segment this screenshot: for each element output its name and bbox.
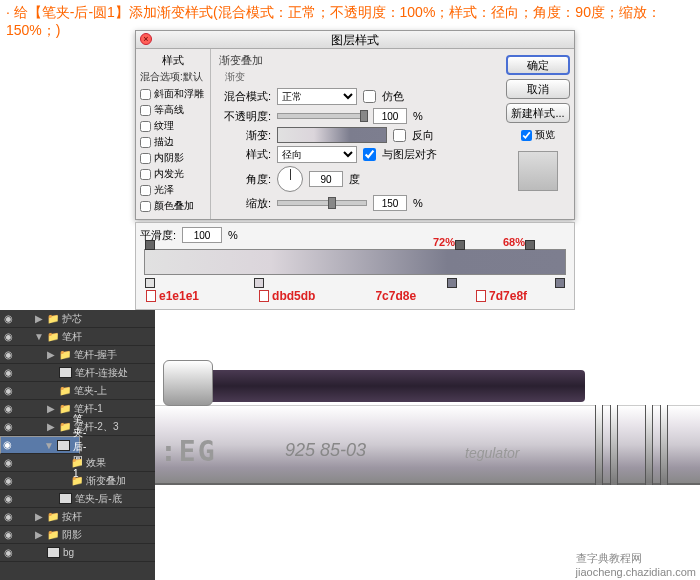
fold-icon[interactable]: ▶ xyxy=(46,403,56,414)
pen-clip xyxy=(165,370,585,402)
opacity-stop[interactable] xyxy=(145,240,155,250)
scale-slider[interactable] xyxy=(277,200,367,206)
opt-inner-glow[interactable]: 内发光 xyxy=(140,166,206,182)
pct-label-3: % xyxy=(228,229,238,241)
color-stop-4[interactable] xyxy=(555,278,565,288)
folder-icon: 📁 xyxy=(59,349,71,360)
visibility-icon[interactable]: ◉ xyxy=(2,421,14,433)
opacity-input[interactable] xyxy=(373,108,407,124)
layer-thumb xyxy=(59,367,72,378)
align-checkbox[interactable] xyxy=(363,148,376,161)
folder-icon: 📁 xyxy=(47,331,59,342)
visibility-icon[interactable]: ◉ xyxy=(2,511,14,523)
new-style-button[interactable]: 新建样式... xyxy=(506,103,570,123)
folder-icon: 📁 xyxy=(71,475,83,486)
angle-dial[interactable] xyxy=(277,166,303,192)
visibility-icon[interactable]: ◉ xyxy=(2,475,14,487)
visibility-icon[interactable]: ◉ xyxy=(2,367,14,379)
layer-thumb xyxy=(47,547,60,558)
hex-3: 7c7d8e xyxy=(375,289,416,303)
layer-row[interactable]: ◉▶📁按杆 xyxy=(0,508,155,526)
visibility-icon[interactable]: ◉ xyxy=(2,529,14,541)
close-icon[interactable]: × xyxy=(140,33,152,45)
gradient-picker[interactable] xyxy=(277,127,387,143)
dither-checkbox[interactable] xyxy=(363,90,376,103)
scale-input[interactable] xyxy=(373,195,407,211)
layer-name: 效果 xyxy=(86,456,106,470)
model-number: 925 85-03 xyxy=(285,440,366,461)
pen-body xyxy=(155,405,700,485)
opacity-stop[interactable] xyxy=(455,240,465,250)
opt-color-overlay[interactable]: 颜色叠加 xyxy=(140,198,206,214)
folder-icon: 📁 xyxy=(59,421,71,432)
folder-icon: 📁 xyxy=(71,457,83,468)
dialog-title-text: 图层样式 xyxy=(331,33,379,47)
fold-icon[interactable]: ▶ xyxy=(34,313,44,324)
visibility-icon[interactable]: ◉ xyxy=(2,493,14,505)
visibility-icon[interactable]: ◉ xyxy=(2,385,14,397)
cancel-button[interactable]: 取消 xyxy=(506,79,570,99)
watermark: 查字典教程网jiaocheng.chazidian.com xyxy=(576,551,696,578)
layer-row[interactable]: ◉笔杆-连接处 xyxy=(0,364,155,382)
layer-row[interactable]: ◉▶📁笔杆-握手 xyxy=(0,346,155,364)
angle-input[interactable] xyxy=(309,171,343,187)
layer-row[interactable]: ◉笔夹-后-底 xyxy=(0,490,155,508)
layer-name: 阴影 xyxy=(62,528,82,542)
smoothness-input[interactable] xyxy=(182,227,222,243)
hex-4: 7d7e8f xyxy=(489,289,527,303)
gradient-label: 渐变: xyxy=(219,128,271,143)
visibility-icon[interactable]: ◉ xyxy=(2,331,14,343)
opt-inner-shadow[interactable]: 内阴影 xyxy=(140,150,206,166)
layer-row[interactable]: ◉▶📁阴影 xyxy=(0,526,155,544)
opt-stroke[interactable]: 描边 xyxy=(140,134,206,150)
color-stop-1[interactable] xyxy=(145,278,155,288)
hex-2: dbd5db xyxy=(272,289,315,303)
opt-texture[interactable]: 纹理 xyxy=(140,118,206,134)
color-stop-2[interactable] xyxy=(254,278,264,288)
visibility-icon[interactable]: ◉ xyxy=(2,403,14,415)
style-select[interactable]: 径向 xyxy=(277,146,357,163)
layer-name: 渐变叠加 xyxy=(86,474,126,488)
fold-icon[interactable]: ▶ xyxy=(34,529,44,540)
fold-icon[interactable]: ▶ xyxy=(46,421,56,432)
ok-button[interactable]: 确定 xyxy=(506,55,570,75)
blend-options-default[interactable]: 混合选项:默认 xyxy=(140,70,206,84)
fold-icon[interactable]: ▶ xyxy=(34,511,44,522)
swatch-icon xyxy=(146,290,156,302)
opt-contour[interactable]: 等高线 xyxy=(140,102,206,118)
fold-icon[interactable]: ▼ xyxy=(34,331,44,342)
layer-row[interactable]: ◉bg xyxy=(0,544,155,562)
layer-row[interactable]: ◉📁笔夹-上 xyxy=(0,382,155,400)
layer-name: 笔杆-连接处 xyxy=(75,366,128,380)
tegulator-text: tegulator xyxy=(465,445,519,461)
gradient-bar[interactable]: 72% 68% xyxy=(144,249,566,275)
fold-icon[interactable]: ▶ xyxy=(46,349,56,360)
visibility-icon[interactable]: ◉ xyxy=(3,439,12,451)
layer-row[interactable]: ◉📁渐变叠加 xyxy=(0,472,155,490)
blend-mode-select[interactable]: 正常 xyxy=(277,88,357,105)
style-label: 样式: xyxy=(219,147,271,162)
opacity-slider[interactable] xyxy=(277,113,367,119)
visibility-icon[interactable]: ◉ xyxy=(2,313,14,325)
dialog-buttons: 确定 取消 新建样式... 预览 xyxy=(502,49,574,219)
opt-satin[interactable]: 光泽 xyxy=(140,182,206,198)
canvas-preview: :EG 925 85-03 tegulator 查字典教程网jiaocheng.… xyxy=(155,310,700,580)
preview-toggle[interactable]: 预览 xyxy=(521,127,555,143)
engraving-text: :EG xyxy=(160,435,217,468)
deg-label: 度 xyxy=(349,172,360,187)
color-stop-3[interactable] xyxy=(447,278,457,288)
reverse-checkbox[interactable] xyxy=(393,129,406,142)
layer-row[interactable]: ◉▼笔夹-后-圆1 xyxy=(0,436,80,454)
fold-icon[interactable]: ▼ xyxy=(44,440,54,451)
gradient-overlay-settings: 渐变叠加 渐变 混合模式: 正常 仿色 不透明度: % 渐变: 反向 样 xyxy=(211,49,502,219)
visibility-icon[interactable]: ◉ xyxy=(2,547,14,559)
layer-row[interactable]: ◉▼📁笔杆 xyxy=(0,328,155,346)
pen-ring xyxy=(645,405,653,485)
visibility-icon[interactable]: ◉ xyxy=(2,349,14,361)
folder-icon: 📁 xyxy=(47,313,59,324)
opt-bevel[interactable]: 斜面和浮雕 xyxy=(140,86,206,102)
layer-name: 按杆 xyxy=(62,510,82,524)
visibility-icon[interactable]: ◉ xyxy=(2,457,14,469)
opacity-stop[interactable] xyxy=(525,240,535,250)
layer-row[interactable]: ◉▶📁护芯 xyxy=(0,310,155,328)
